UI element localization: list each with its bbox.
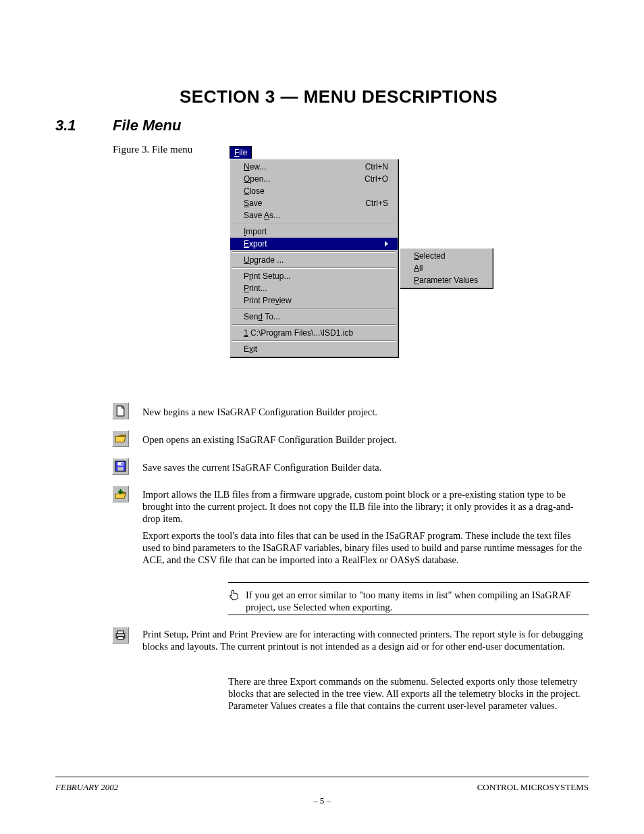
figure-caption: Figure 3. File menu (113, 144, 192, 155)
desc-open: Open opens an existing ISaGRAF Configura… (142, 434, 588, 446)
printer-icon (115, 629, 126, 641)
toolbar-print-button[interactable] (112, 627, 129, 644)
footer-page-number: – 5 – (0, 796, 644, 806)
toolbar-save-button[interactable] (112, 458, 129, 475)
submenu-item-selected[interactable]: Selected (400, 250, 492, 262)
menu-item-open[interactable]: Open... Ctrl+O (230, 173, 398, 185)
menu-separator (232, 223, 396, 224)
import-icon (115, 488, 126, 500)
menu-item-upgrade[interactable]: Upgrade ... (230, 254, 398, 266)
desc-new: New begins a new ISaGRAF Configuration B… (142, 406, 588, 418)
menu-item-print-preview[interactable]: Print Preview (230, 294, 398, 307)
submenu-item-all[interactable]: All (400, 262, 492, 274)
page-heading: SECTION 3 — MENU DESCRIPTIONS (180, 86, 498, 107)
section-title: File Menu (113, 117, 181, 134)
submenu-item-parameter-values[interactable]: Parameter Values (400, 274, 492, 286)
new-file-icon (115, 405, 126, 417)
export-submenu: Selected All Parameter Values (400, 248, 493, 288)
svg-rect-6 (117, 637, 124, 640)
menu-item-new[interactable]: New... Ctrl+N (230, 161, 398, 173)
file-menu-screenshot: File (230, 146, 252, 159)
toolbar-open-button[interactable] (112, 430, 129, 447)
menu-separator (232, 251, 396, 253)
toolbar-import-button[interactable] (112, 486, 129, 502)
menu-separator (232, 267, 396, 269)
tip-row: If you get an error similar to "too many… (228, 589, 589, 613)
menu-item-send-to[interactable]: Send To... (230, 311, 398, 323)
file-dropdown-menu: New... Ctrl+N Open... Ctrl+O Close Save … (230, 159, 398, 357)
menu-item-save-as[interactable]: Save As... (230, 209, 398, 221)
menu-separator (232, 340, 396, 342)
menu-item-save[interactable]: Save Ctrl+S (230, 197, 398, 209)
footer-date: FEBRUARY 2002 (55, 782, 118, 793)
svg-rect-2 (117, 467, 124, 471)
menu-separator (232, 324, 396, 325)
desc-import: Import allows the ILB files from a firmw… (142, 488, 588, 525)
svg-rect-5 (117, 631, 124, 633)
menu-item-import[interactable]: Import (230, 226, 398, 238)
desc-export-sub: There are three Export commands on the s… (228, 675, 589, 712)
menubar-file[interactable]: File (230, 146, 252, 159)
desc-save: Save saves the current ISaGRAF Configura… (142, 461, 588, 473)
svg-rect-3 (122, 463, 123, 465)
pointing-hand-icon (228, 589, 240, 601)
desc-print: Print Setup, Print and Print Preview are… (142, 628, 588, 652)
menu-item-export[interactable]: Export (230, 238, 398, 250)
save-floppy-icon (115, 461, 126, 472)
toolbar-new-button[interactable] (112, 402, 129, 419)
rule (228, 582, 589, 583)
menu-item-close[interactable]: Close (230, 185, 398, 197)
menu-item-print-setup[interactable]: Print Setup... (230, 270, 398, 282)
menu-item-recent-file[interactable]: 1 C:\Program Files\...\ISD1.icb (230, 327, 398, 339)
open-folder-icon (115, 433, 126, 444)
footer-company: CONTROL MICROSYSTEMS (477, 782, 589, 793)
footer-rule (55, 777, 589, 777)
desc-export: Export exports the tool's data into file… (142, 529, 588, 566)
rule (228, 615, 589, 615)
menu-item-exit[interactable]: Exit (230, 343, 398, 355)
section-number: 3.1 (55, 117, 76, 134)
menu-separator (232, 308, 396, 309)
submenu-arrow-icon (385, 241, 388, 246)
menu-item-print[interactable]: Print... (230, 282, 398, 294)
